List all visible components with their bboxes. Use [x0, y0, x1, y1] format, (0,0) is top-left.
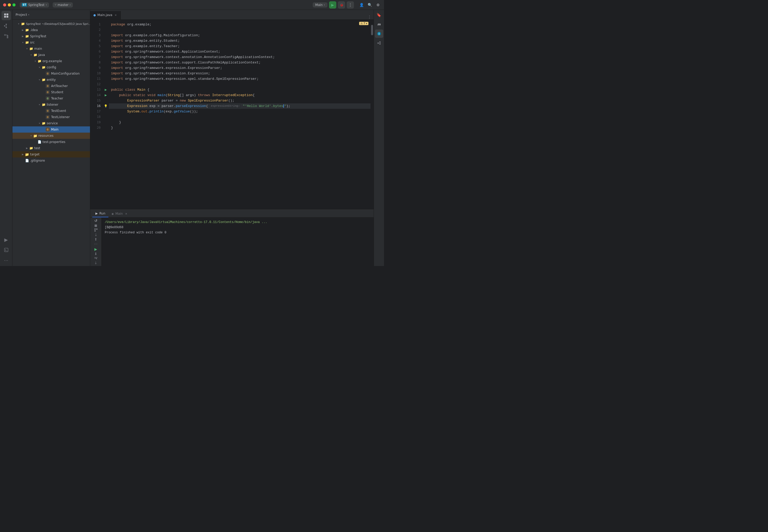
bookmarks-button[interactable]: 🔖 [375, 11, 383, 19]
tree-item-main-java[interactable]: © Main [12, 126, 90, 133]
warning-count: 7 [364, 22, 365, 25]
svg-point-5 [5, 27, 7, 28]
warning-badge[interactable]: ⚠ 7 ▾ [359, 22, 368, 25]
editor-scrollbar[interactable] [371, 20, 374, 209]
tree-item-src[interactable]: ▾ 📁 src [12, 39, 90, 46]
account-icon[interactable]: 👤 [359, 2, 364, 8]
run-gutter-14[interactable]: ▶ [103, 92, 108, 98]
main-tab-close[interactable]: ✕ [124, 212, 128, 215]
traffic-lights [3, 3, 16, 6]
tree-item-artteacher[interactable]: © ArtTeacher [12, 83, 90, 89]
java-file-icon: ● [93, 13, 96, 17]
tree-item-config[interactable]: ▾ 📁 config [12, 64, 90, 70]
tab-main-java[interactable]: ● Main.java ✕ [90, 11, 121, 19]
project-view-button[interactable] [2, 11, 11, 20]
terminal-button[interactable] [2, 245, 11, 255]
tree-item-testlistener[interactable]: © TestListener [12, 114, 90, 120]
fullscreen-button[interactable] [12, 3, 16, 6]
tree-item-java[interactable]: ▾ 📁 java [12, 52, 90, 58]
print-button[interactable]: ↓ [92, 261, 99, 265]
code-line-13: public class Main { [109, 87, 371, 92]
vcs-button[interactable] [2, 21, 11, 31]
code-line-4: import org.example.entity.Student; [109, 38, 371, 44]
run-tab[interactable]: ▶ Run [92, 210, 108, 217]
folder-icon: 📁 [25, 152, 29, 156]
search-icon[interactable]: 🔍 [367, 2, 373, 8]
project-selector[interactable]: ST SpringTest ▾ [20, 2, 49, 8]
code-line-12 [109, 82, 371, 87]
debug-button[interactable]: 🐞 [338, 1, 345, 9]
gutter-1 [103, 22, 108, 27]
soft-wrap-button[interactable] [92, 256, 99, 261]
restore-layout-button[interactable] [92, 228, 99, 232]
main-tab[interactable]: ◉ Main ✕ [108, 210, 131, 217]
tab-close-button[interactable]: ✕ [114, 13, 117, 17]
tree-item-resources[interactable]: ▾ 📁 resources [12, 133, 90, 139]
terminal-line-2: [B@9e89d68 [105, 225, 371, 230]
tree-item-teacher[interactable]: © Teacher [12, 95, 90, 102]
tree-item-springtest-root[interactable]: ▾ 📁 SpringTest ~/Desktop/CS/JavaEE/2 Jav… [12, 21, 90, 27]
chevron-down-icon: ▾ [324, 4, 325, 6]
expand-icon: ▾ [37, 103, 41, 107]
tree-item-listener[interactable]: ▾ 📁 listener [12, 102, 90, 108]
project-label: Project [16, 13, 27, 17]
tree-item-student[interactable]: © Student [12, 89, 90, 95]
project-header: Project ▾ [12, 10, 90, 20]
stop-button[interactable]: ◼ [92, 223, 99, 227]
warn-gutter-16[interactable]: 💡 [103, 103, 108, 109]
java-file-icon: © [46, 127, 50, 132]
down-button[interactable]: ⬇ [92, 252, 99, 256]
plugins-button[interactable] [375, 39, 383, 47]
more-tools-button[interactable]: ··· [2, 256, 11, 265]
terminal-line-1: /Users/eve/Library/Java/JavaVirtualMachi… [105, 220, 371, 225]
run-toolbar: ↺ ◼ ⤓ ⬆ ··· ▶ ⬇ ↓ [90, 218, 102, 266]
close-button[interactable] [3, 3, 6, 6]
run-button-2[interactable]: ▶ [92, 247, 99, 251]
code-line-15: ExpressionParser parser = new SpelExpres… [109, 98, 371, 103]
project-panel: Project ▾ ▾ 📁 SpringTest ~/Desktop/CS/Ja… [12, 10, 90, 266]
tree-item-springtest-dir[interactable]: ▶ 📁 SpringTest [12, 33, 90, 39]
tree-item-main[interactable]: ▾ 📁 main [12, 46, 90, 52]
tree-label: resources [38, 134, 53, 138]
chevron-down-icon: ▾ [28, 13, 29, 16]
run-button[interactable]: ▶ [329, 1, 336, 9]
minimize-button[interactable] [8, 3, 11, 6]
tree-item-target[interactable]: ▶ 📁 target [12, 151, 90, 157]
java-file-icon: © [46, 109, 50, 113]
branch-selector[interactable]: ⑂ master ▾ [53, 2, 73, 8]
tabs-more-button[interactable]: ⋮ [367, 15, 372, 19]
tree-item-org-example[interactable]: ▾ 📁 org.example [12, 58, 90, 64]
code-content[interactable]: package org.example; import org.example.… [109, 20, 371, 209]
run-gutter-13[interactable]: ▶ [103, 87, 108, 92]
tree-item-main-config[interactable]: © MainConfiguration [12, 70, 90, 77]
java-file-icon: © [46, 71, 50, 76]
expand-icon: ▾ [25, 47, 29, 51]
run-panel-button[interactable]: ▶ [2, 235, 11, 244]
scrollbar-thumb[interactable] [371, 25, 373, 35]
titlebar: ST SpringTest ▾ ⑂ master ▾ Main ▾ ▶ 🐞 ⋮ … [0, 0, 384, 10]
tree-item-idea[interactable]: ▶ 📁 .idea [12, 27, 90, 33]
settings-icon[interactable]: ⚙ [375, 2, 381, 8]
tree-item-testevent[interactable]: © TestEvent [12, 108, 90, 114]
structure-button[interactable] [2, 32, 11, 41]
gutter-7 [103, 54, 108, 60]
run-config-selector[interactable]: Main ▾ [313, 2, 328, 8]
settings-button[interactable]: ··· [92, 242, 99, 246]
tree-item-test[interactable]: ▶ 📁 test [12, 145, 90, 151]
maven-button[interactable]: m [375, 20, 383, 28]
rerun-button[interactable]: ↺ [92, 219, 99, 223]
scroll-to-end-button[interactable]: ⤓ [92, 233, 99, 237]
tree-item-test-props[interactable]: 📄 test.properties [12, 139, 90, 145]
tree-item-gitignore[interactable]: 📄 .gitignore [12, 157, 90, 164]
previous-button[interactable]: ⬆ [92, 237, 99, 241]
line-num-11: 11 [97, 76, 101, 82]
notifications-button[interactable]: i [375, 30, 383, 38]
line-num-7: 7 [99, 54, 101, 60]
tree-item-service[interactable]: ▾ 📁 service [12, 120, 90, 126]
code-line-8: import org.springframework.context.suppo… [109, 60, 371, 65]
gutter-18 [103, 114, 108, 120]
main-layout: ▶ ··· Project ▾ ▾ 📁 SpringTest ~/Desktop… [0, 10, 384, 266]
tree-item-entity[interactable]: ▾ 📁 entity [12, 77, 90, 83]
more-actions-button[interactable]: ⋮ [347, 1, 354, 9]
gutter-19 [103, 120, 108, 125]
